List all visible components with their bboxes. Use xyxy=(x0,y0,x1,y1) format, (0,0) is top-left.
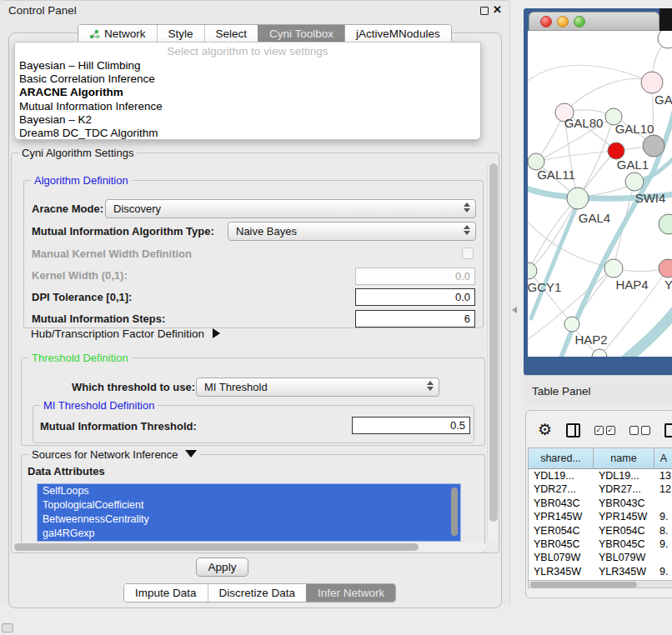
table-cell: YPR145W xyxy=(594,510,654,523)
settings-horizontal-scrollbar-thumb[interactable] xyxy=(14,543,419,551)
table-horizontal-scrollbar[interactable] xyxy=(528,580,672,588)
algorithm-option-dream8-dc-tdc-algorithm[interactable]: Dream8 DC_TDC Algorithm xyxy=(15,127,480,140)
manual-kernel-label: Manual Kernel Width Definition xyxy=(32,248,192,260)
settings-vertical-scrollbar[interactable] xyxy=(487,161,498,542)
table-panel-titlebar: Table Panel xyxy=(524,375,672,407)
kernel-width-field[interactable] xyxy=(355,268,475,285)
node-table[interactable]: shared...nameA YDL19...YDL19...13YDR27..… xyxy=(528,448,672,586)
algorithm-option-basic-correlation-inference[interactable]: Basic Correlation Inference xyxy=(15,72,480,86)
manual-kernel-checkbox[interactable] xyxy=(462,248,474,259)
network-node-swi4[interactable] xyxy=(625,172,644,191)
attribute-item-selfloops[interactable]: SelfLoops xyxy=(38,484,460,498)
gear-icon[interactable]: ⚙ xyxy=(538,422,552,438)
tab-infer-network[interactable]: Infer Network xyxy=(306,584,395,602)
hub-definition-toggle[interactable]: Hub/Transcription Factor Definition xyxy=(31,328,220,340)
which-threshold-label: Which threshold to use: xyxy=(72,381,195,393)
float-icon[interactable] xyxy=(480,7,489,15)
table-cell xyxy=(654,551,672,564)
node-label-gal10: GAL10 xyxy=(615,122,654,136)
network-node-gcy1[interactable] xyxy=(528,262,537,279)
table-cell: YDL19... xyxy=(594,469,654,482)
tab-network[interactable]: Network xyxy=(78,25,157,42)
table-row[interactable]: YDR27...YDR27...12 xyxy=(529,482,672,496)
network-node[interactable] xyxy=(643,135,664,157)
table-toolbar: ⚙ ✓✓ xyxy=(526,418,672,442)
settings-horizontal-scrollbar[interactable] xyxy=(13,542,486,552)
tab-impute-data[interactable]: Impute Data xyxy=(124,584,208,602)
table-row[interactable]: YPR145WYPR145W9. xyxy=(529,510,672,523)
table-row[interactable]: YER054CYER054C8. xyxy=(529,524,672,538)
checked-checkboxes-icon[interactable]: ✓✓ xyxy=(594,426,615,435)
splitter-collapse-arrow[interactable] xyxy=(512,307,517,313)
mi-type-label: Mutual Information Algorithm Type: xyxy=(32,225,214,238)
data-attributes-list[interactable]: SelfLoopsTopologicalCoefficientBetweenne… xyxy=(37,483,461,542)
table-row[interactable]: YBL079WYBL079W xyxy=(529,551,672,564)
tab-select[interactable]: Select xyxy=(204,25,258,42)
network-node-hap4[interactable] xyxy=(604,259,623,278)
network-node-y[interactable] xyxy=(659,259,672,278)
column-header-a[interactable]: A xyxy=(654,448,672,468)
stepper-arrows-icon xyxy=(464,202,470,212)
hub-definition-label: Hub/Transcription Factor Definition xyxy=(31,328,204,340)
network-node-gal1[interactable] xyxy=(608,142,624,159)
attribute-item-topologicalcoefficient[interactable]: TopologicalCoefficient xyxy=(38,498,460,512)
bottom-left-widget[interactable] xyxy=(2,623,13,632)
aracne-mode-select[interactable]: Discovery xyxy=(105,199,476,218)
mi-threshold-field[interactable] xyxy=(352,417,470,434)
minimize-yellow-icon[interactable] xyxy=(557,16,569,28)
apply-button[interactable]: Apply xyxy=(196,558,248,577)
table-rows: YDL19...YDL19...13YDR27...YDR27...12YBR0… xyxy=(529,469,672,586)
sources-title-toggle[interactable]: Sources for Network Inference xyxy=(28,448,200,461)
network-canvas[interactable]: GALGAL80GAL10GAL1GAL11SWI4GAL4GCY1HAP4YH… xyxy=(528,31,672,357)
table-cell: 13 xyxy=(654,469,672,482)
aracne-mode-label: Aracne Mode: xyxy=(32,202,103,215)
attribute-item-gal4rgexp[interactable]: gal4RGexp xyxy=(38,527,460,541)
network-edge xyxy=(528,222,614,268)
unchecked-checkboxes-icon[interactable] xyxy=(629,426,650,435)
tab-jactivemnodules[interactable]: jActiveMNodules xyxy=(344,25,451,42)
table-cell: YBR043C xyxy=(529,497,594,510)
settings-vertical-scrollbar-thumb[interactable] xyxy=(489,163,498,522)
algorithm-option-mutual-information-inference[interactable]: Mutual Information Inference xyxy=(15,100,480,113)
table-cell: YER054C xyxy=(529,524,594,538)
partial-table-icon[interactable] xyxy=(664,423,672,438)
network-node[interactable] xyxy=(659,214,672,234)
zoom-green-icon[interactable] xyxy=(574,16,585,28)
data-attributes-label: Data Attributes xyxy=(28,465,105,478)
tab-discretize-data[interactable]: Discretize Data xyxy=(208,584,307,602)
tab-label: Select xyxy=(216,28,248,40)
sources-title: Sources for Network Inference xyxy=(32,448,178,461)
column-header-name[interactable]: name xyxy=(594,448,654,468)
which-threshold-select[interactable]: MI Threshold xyxy=(196,378,439,397)
algorithm-option-aracne-algorithm[interactable]: ARACNE Algorithm xyxy=(15,86,480,99)
algorithm-dropdown[interactable]: Select algorithm to view settings Bayesi… xyxy=(14,42,481,140)
table-row[interactable]: YBR045CYBR045C9. xyxy=(529,538,672,551)
mi-type-select[interactable]: Naive Bayes xyxy=(228,222,476,241)
attribute-item-betweennesscentrality[interactable]: BetweennessCentrality xyxy=(38,512,460,527)
network-node[interactable] xyxy=(658,31,672,48)
node-label-swi4: SWI4 xyxy=(635,191,666,205)
tab-cyni-toolbox[interactable]: Cyni Toolbox xyxy=(258,25,344,42)
table-horizontal-scrollbar-thumb[interactable] xyxy=(530,582,637,588)
algorithm-option-bayesian-hill-climbing[interactable]: Bayesian – Hill Climbing xyxy=(15,59,480,72)
dpi-tolerance-field[interactable] xyxy=(355,288,475,306)
column-header-shared[interactable]: shared... xyxy=(529,448,594,468)
mi-steps-field[interactable] xyxy=(355,310,475,328)
table-cell xyxy=(654,497,672,510)
table-row[interactable]: YDL19...YDL19...13 xyxy=(529,469,672,482)
split-columns-icon[interactable] xyxy=(566,423,580,438)
algorithm-option-bayesian-k2[interactable]: Bayesian – K2 xyxy=(15,113,480,127)
close-icon[interactable]: ✕ xyxy=(493,3,502,16)
which-threshold-value: MI Threshold xyxy=(204,381,268,393)
network-window-titlebar[interactable] xyxy=(529,12,659,31)
attributes-list-scrollbar[interactable] xyxy=(451,488,458,536)
dpi-tolerance-label: DPI Tolerance [0,1]: xyxy=(32,291,132,303)
background-notch xyxy=(659,8,672,32)
network-node-gal[interactable] xyxy=(641,72,663,93)
table-row[interactable]: YBR043CYBR043C xyxy=(529,497,672,510)
tab-style[interactable]: Style xyxy=(157,25,204,42)
table-row[interactable]: YLR345WYLR345W9. xyxy=(529,565,672,578)
close-red-icon[interactable] xyxy=(540,16,552,28)
network-node-hap2[interactable] xyxy=(564,317,579,332)
network-node-gal4[interactable] xyxy=(567,188,589,209)
